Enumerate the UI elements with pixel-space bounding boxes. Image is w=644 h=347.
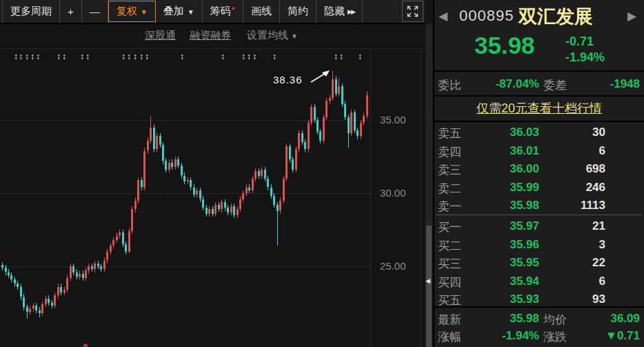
toolbar-button-chips[interactable]: 筹码● [203, 0, 243, 23]
splitter-thumb[interactable] [426, 226, 432, 347]
ask-price: 36.00 [476, 162, 539, 176]
toolbar-button-label: + [68, 6, 74, 17]
level2-promo-link[interactable]: 仅需20元查看十档行情 [434, 100, 644, 117]
candle-body [196, 190, 198, 195]
gridline [0, 193, 370, 194]
candle-body [350, 112, 352, 133]
candle-body [276, 205, 279, 211]
candle-body [103, 261, 105, 270]
candle-body [310, 107, 312, 123]
candle-body [212, 209, 214, 213]
bid-row-2[interactable]: 买二35.963 [434, 235, 644, 254]
candle-body [283, 179, 285, 201]
ask-volume: 698 [543, 162, 605, 176]
candle-body [338, 86, 340, 94]
ask-row-4[interactable]: 卖二35.99246 [434, 178, 644, 197]
candle-body [314, 107, 316, 120]
candle-body [252, 179, 254, 190]
ask-row-5[interactable]: 卖一35.981113 [434, 196, 644, 215]
candle-body [54, 295, 56, 306]
candle-body [325, 101, 328, 117]
chevron-down-icon: ▼ [188, 8, 194, 16]
weicha-value: -1948 [576, 77, 640, 91]
toolbar-button-draw-line[interactable]: 画线 [243, 0, 280, 23]
candle-body [119, 232, 121, 235]
expand-arrows-icon [407, 6, 419, 17]
event-marker-icon: ↕ [80, 52, 84, 61]
fullscreen-button[interactable] [402, 1, 423, 22]
event-marker-icon: ↕ [221, 52, 225, 61]
red-dot-badge: ● [232, 5, 235, 12]
toolbar-button-zoom-in[interactable]: + [60, 0, 82, 23]
candle-body [141, 180, 143, 188]
event-marker-icon: ↕ [57, 52, 61, 61]
bid-volume: 21 [543, 219, 605, 233]
candle-body [245, 188, 248, 194]
candle-body [335, 79, 337, 94]
candle-body [332, 79, 334, 99]
candle-body [91, 266, 93, 269]
peak-price-annotation: 38.36 [273, 74, 303, 86]
ask-row-3[interactable]: 卖三36.00698 [434, 159, 644, 178]
quote-panel: ◀ 000895 双汇发展 ▶ 35.98 -0.71 -1.94% 委比 -8… [433, 0, 644, 347]
ask-price: 36.03 [476, 126, 539, 139]
candle-body [112, 240, 114, 246]
candle-body [14, 279, 16, 284]
price-change: -0.71 [565, 34, 594, 49]
toolbar-button-hide[interactable]: 隐藏▶▶ [316, 0, 363, 23]
event-marker-icon: ↕ [121, 52, 125, 61]
subbar-link-szhk-connect[interactable]: 深股通 [145, 29, 176, 42]
last-price: 35.98 [474, 32, 535, 59]
event-marker-icon: ↕ [30, 52, 34, 61]
bid-volume: 3 [543, 238, 605, 252]
event-marker-icon: ↕ [25, 52, 29, 61]
candle-body [165, 161, 167, 170]
candle-body [100, 266, 102, 269]
toolbar-button-simple-mode[interactable]: 简约 [280, 0, 316, 23]
ask-volume: 30 [543, 126, 605, 139]
ask-volume: 246 [543, 181, 605, 195]
ask-row-2[interactable]: 卖四36.016 [434, 141, 644, 160]
stock-code: 000895 [459, 7, 514, 25]
ask-price: 35.98 [476, 199, 539, 212]
bid-row-1[interactable]: 买一35.9721 [434, 217, 644, 235]
subbar-link-ma-settings[interactable]: 设置均线▼ [247, 29, 298, 42]
candle-body [10, 275, 12, 279]
gridline [0, 266, 370, 267]
bid-price: 35.96 [476, 238, 539, 252]
summary-row-2: 涨幅-1.94%涨跌▼0.71 [434, 326, 644, 345]
bid-volume: 93 [543, 293, 605, 306]
panel-splitter[interactable]: ◀ [425, 24, 432, 347]
kline-chart-canvas[interactable]: 38.36 35.0030.0025.00↕↕↕↕↕↕↕↕↕↕↕↕↕↕↕↕↕↕↕… [0, 48, 425, 347]
candle-body [270, 188, 272, 197]
price-change-pct: -1.94% [565, 50, 605, 65]
event-marker-icon: ↕ [36, 52, 40, 61]
candle-body [35, 306, 37, 310]
candle-body [76, 272, 78, 277]
candle-body [267, 179, 269, 188]
splitter-collapse-arrow[interactable]: ◀ [425, 278, 430, 284]
toolbar-button-zoom-out[interactable]: — [82, 0, 108, 23]
candle-body [264, 170, 266, 179]
event-marker-icon: ↕ [180, 52, 184, 61]
candle-body [298, 133, 300, 149]
toolbar-button-fuquan[interactable]: 复权▼ [108, 1, 156, 22]
ask-row-1[interactable]: 卖五36.0330 [434, 123, 644, 141]
toolbar-button-overlay[interactable]: 叠加▼ [156, 0, 203, 23]
candle-body [273, 196, 275, 205]
toolbar-button-more-periods[interactable]: 更多周期 [2, 0, 60, 23]
bid-row-3[interactable]: 买三35.9522 [434, 253, 644, 272]
candle-body [60, 287, 62, 293]
candle-body [79, 274, 81, 277]
event-marker-icon: ↕ [272, 52, 276, 61]
candle-body [177, 159, 179, 166]
bid-row-5[interactable]: 买五35.9393 [434, 290, 644, 308]
bid-row-4[interactable]: 买四35.946 [434, 272, 644, 290]
candle-body [26, 307, 28, 311]
summary-value-1: -1.94% [476, 329, 539, 343]
prev-stock-arrow[interactable]: ◀ [439, 9, 447, 23]
bid-volume: 6 [543, 275, 605, 288]
subbar-link-margin-trading[interactable]: 融资融券 [190, 29, 231, 42]
event-marker-icon: ↕ [145, 52, 149, 61]
next-stock-arrow[interactable]: ▶ [627, 9, 636, 23]
